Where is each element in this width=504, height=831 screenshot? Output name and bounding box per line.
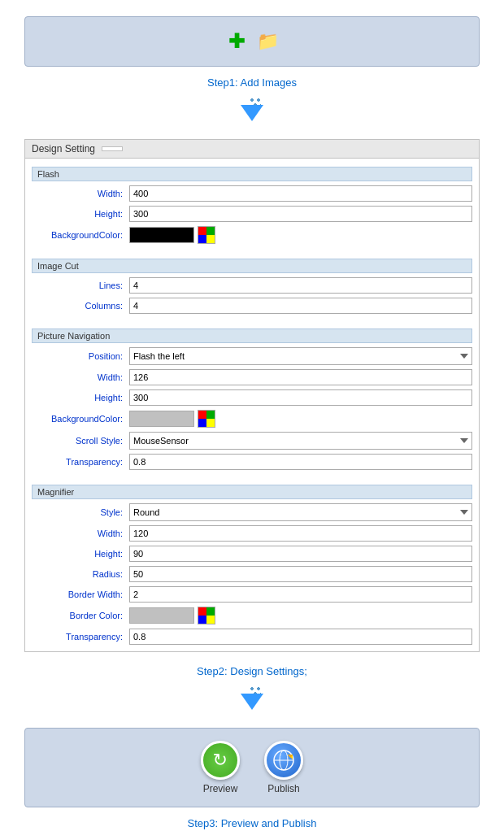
magnifier-height-label: Height:	[32, 549, 129, 559]
magnifier-border-width-label: Border Width:	[32, 590, 129, 599]
magnifier-width-input[interactable]	[129, 525, 472, 542]
magnifier-transparency-input[interactable]	[129, 629, 472, 645]
magnifier-style-row: Style: Round Square	[32, 503, 472, 522]
picture-nav-width-row: Width:	[32, 368, 472, 386]
image-cut-columns-row: Columns:	[32, 297, 472, 315]
picture-nav-transparency-input[interactable]	[129, 454, 472, 470]
magnifier-border-width-input[interactable]	[129, 586, 472, 603]
flash-bgcolor-swatch[interactable]	[129, 227, 194, 243]
magnifier-width-row: Width:	[32, 524, 472, 542]
flash-width-row: Width:	[32, 185, 472, 202]
settings-tab[interactable]	[102, 146, 123, 151]
folder-icon[interactable]: 📁	[255, 29, 280, 54]
flash-bgcolor-row: BackgroundColor:	[32, 225, 472, 245]
publish-globe-svg	[272, 748, 296, 772]
step1-arrow	[24, 95, 480, 126]
flash-bgcolor-picker-row	[129, 226, 215, 244]
magnifier-border-width-row: Border Width:	[32, 585, 472, 603]
image-cut-columns-label: Columns:	[32, 301, 129, 311]
preview-label: Preview	[203, 783, 238, 794]
picture-nav-height-row: Height:	[32, 389, 472, 407]
flash-height-label: Height:	[32, 209, 129, 219]
picture-nav-scroll-select[interactable]: MouseSensor Auto Manual	[129, 432, 472, 450]
magnifier-border-color-row: Border Color:	[32, 606, 472, 625]
magnifier-transparency-label: Transparency:	[32, 632, 129, 642]
step1-label: Step1: Add Images	[24, 76, 480, 89]
picture-nav-bgcolor-picker-row	[129, 410, 215, 428]
magnifier-height-row: Height:	[32, 545, 472, 563]
publish-icon	[264, 741, 303, 780]
flash-section-title: Flash	[32, 167, 472, 181]
picture-nav-position-label: Position:	[32, 351, 129, 361]
settings-panel: Design Setting Flash Width: Height: Back…	[24, 139, 480, 652]
image-cut-section: Image Cut Lines: Columns:	[25, 250, 479, 320]
image-cut-columns-input[interactable]	[129, 298, 472, 314]
preview-icon: ↺	[201, 741, 240, 780]
flash-width-input[interactable]	[129, 185, 472, 202]
step2-arrow	[24, 684, 480, 715]
picture-nav-scroll-row: Scroll Style: MouseSensor Auto Manual	[32, 431, 472, 450]
magnifier-style-select[interactable]: Round Square	[129, 503, 472, 521]
step3-label: Step3: Preview and Publish	[24, 817, 480, 829]
image-cut-lines-label: Lines:	[32, 281, 129, 290]
flash-bgcolor-label: BackgroundColor:	[32, 230, 129, 240]
picture-nav-transparency-row: Transparency:	[32, 453, 472, 471]
picture-nav-bgcolor-swatch[interactable]	[129, 411, 194, 427]
flash-height-row: Height:	[32, 205, 472, 223]
flash-section: Flash Width: Height: BackgroundColor:	[25, 159, 479, 250]
picture-nav-position-select[interactable]: Flash the left Top Bottom Right	[129, 347, 472, 365]
magnifier-border-color-swatch[interactable]	[129, 607, 194, 624]
picture-nav-section: Picture Navigation Position: Flash the l…	[25, 320, 479, 476]
magnifier-border-color-label: Border Color:	[32, 611, 129, 620]
magnifier-radius-label: Radius:	[32, 569, 129, 579]
magnifier-border-color-picker-row	[129, 607, 215, 624]
settings-header: Design Setting	[25, 140, 479, 159]
bottom-toolbar: ↺ Preview Publish	[24, 728, 480, 807]
image-cut-lines-row: Lines:	[32, 276, 472, 294]
publish-label: Publish	[267, 783, 299, 794]
flash-height-input[interactable]	[129, 206, 472, 222]
magnifier-style-label: Style:	[32, 507, 129, 517]
step2-label: Step2: Design Settings;	[24, 665, 480, 677]
magnifier-radius-input[interactable]	[129, 566, 472, 582]
magnifier-section: Magnifier Style: Round Square Width: Hei…	[25, 476, 479, 651]
picture-nav-bgcolor-row: BackgroundColor:	[32, 409, 472, 429]
picture-nav-bgcolor-picker-icon[interactable]	[198, 410, 215, 428]
magnifier-border-color-picker-icon[interactable]	[198, 607, 215, 624]
image-cut-title: Image Cut	[32, 259, 472, 273]
magnifier-title: Magnifier	[32, 485, 472, 499]
flash-width-label: Width:	[32, 189, 129, 198]
preview-button[interactable]: ↺ Preview	[201, 741, 240, 794]
picture-nav-bgcolor-label: BackgroundColor:	[32, 414, 129, 424]
magnifier-height-input[interactable]	[129, 546, 472, 562]
picture-nav-scroll-label: Scroll Style:	[32, 436, 129, 446]
add-image-icon[interactable]: ✚	[224, 29, 249, 54]
image-cut-lines-input[interactable]	[129, 277, 472, 294]
picture-nav-width-label: Width:	[32, 372, 129, 382]
picture-nav-height-label: Height:	[32, 393, 129, 402]
design-setting-label: Design Setting	[32, 143, 95, 154]
picture-nav-position-row: Position: Flash the left Top Bottom Righ…	[32, 346, 472, 366]
top-toolbar: ✚ 📁	[24, 16, 480, 67]
magnifier-radius-row: Radius:	[32, 565, 472, 583]
publish-button[interactable]: Publish	[264, 741, 303, 794]
picture-nav-title: Picture Navigation	[32, 328, 472, 343]
picture-nav-height-input[interactable]	[129, 389, 472, 406]
picture-nav-width-input[interactable]	[129, 369, 472, 385]
magnifier-width-label: Width:	[32, 529, 129, 538]
picture-nav-transparency-label: Transparency:	[32, 457, 129, 467]
flash-bgcolor-picker-icon[interactable]	[198, 226, 215, 244]
magnifier-transparency-row: Transparency:	[32, 628, 472, 646]
